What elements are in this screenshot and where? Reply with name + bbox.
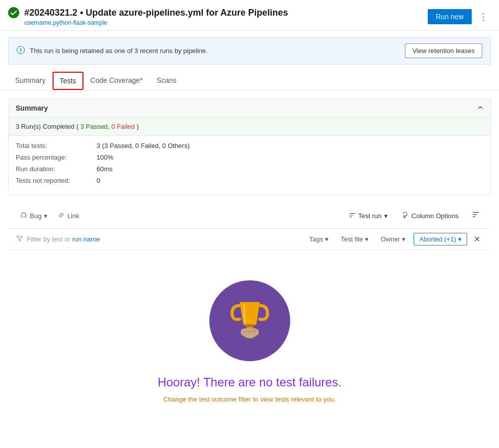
pipeline-title: #20240321.2 • Update azure-pipelines.yml… xyxy=(24,8,288,18)
tab-summary[interactable]: Summary xyxy=(8,71,53,90)
link-button[interactable]: Link xyxy=(54,209,83,223)
stat-row-not-reported: Tests not reported: 0 xyxy=(16,177,483,184)
close-filter-button[interactable]: ✕ xyxy=(471,233,483,245)
info-icon xyxy=(17,46,25,56)
pass-percentage-label: Pass percentage: xyxy=(16,154,97,161)
total-tests-label: Total tests: xyxy=(16,142,97,150)
info-banner-text: This run is being retained as one of 3 r… xyxy=(30,47,208,55)
summary-stats: Total tests: 3 (3 Passed, 0 Failed, 0 Ot… xyxy=(9,136,490,194)
toolbar-left: Bug ▾ Link xyxy=(16,209,83,223)
svg-point-17 xyxy=(248,331,251,333)
svg-point-16 xyxy=(244,330,247,333)
owner-chevron: ▾ xyxy=(402,235,405,243)
svg-rect-2 xyxy=(20,49,21,52)
trophy-container xyxy=(209,280,290,361)
bug-icon xyxy=(20,212,27,220)
bug-chevron: ▾ xyxy=(44,212,48,220)
aborted-chevron: ▾ xyxy=(458,235,462,243)
stat-row-duration: Run duration: 60ms xyxy=(16,165,483,173)
tags-label: Tags xyxy=(309,235,323,243)
column-options-label: Column Options xyxy=(412,212,459,220)
summary-run-info: 3 Run(s) Completed ( 3 Passed, 0 Failed … xyxy=(9,118,490,136)
summary-title: Summary xyxy=(16,104,48,112)
test-run-label: Test run xyxy=(358,212,382,220)
filter-icon xyxy=(16,235,23,243)
summary-section: Summary 3 Run(s) Completed ( 3 Passed, 0… xyxy=(8,98,491,195)
aborted-label: Aborted (+1) xyxy=(419,235,456,243)
toolbar-right: Test run ▾ Column Options xyxy=(345,208,483,223)
filter-run-name-link[interactable]: run name xyxy=(72,235,100,243)
view-retention-leases-button[interactable]: View retention leases xyxy=(405,43,482,58)
link-label: Link xyxy=(67,212,79,220)
total-tests-value: 3 (3 Passed, 0 Failed, 0 Others) xyxy=(97,142,190,150)
filter-row: Filter by test or run name Tags ▾ Test f… xyxy=(8,229,491,250)
test-file-label: Test file xyxy=(341,235,363,243)
bug-label: Bug xyxy=(30,212,41,220)
info-banner: This run is being retained as one of 3 r… xyxy=(8,37,491,65)
info-banner-left: This run is being retained as one of 3 r… xyxy=(17,46,208,56)
owner-label: Owner xyxy=(381,235,400,243)
tabs-nav: Summary Tests Code Coverage* Scans xyxy=(0,71,499,90)
trophy-illustration xyxy=(222,293,278,349)
run-passed-text: 3 Passed xyxy=(80,123,108,130)
test-toolbar: Bug ▾ Link xyxy=(8,203,491,229)
tests-not-reported-value: 0 xyxy=(97,177,100,184)
tab-scans[interactable]: Scans xyxy=(150,71,184,90)
column-options-button[interactable]: Column Options xyxy=(398,209,463,223)
more-options-button[interactable]: ⋮ xyxy=(476,9,491,24)
test-run-chevron: ▾ xyxy=(384,212,388,220)
group-button[interactable] xyxy=(469,208,483,223)
tags-dropdown[interactable]: Tags ▾ xyxy=(305,233,333,245)
column-options-icon xyxy=(402,212,409,220)
header-left: #20240321.2 • Update azure-pipelines.yml… xyxy=(8,7,288,26)
test-run-icon xyxy=(349,212,356,220)
svg-point-18 xyxy=(252,330,255,333)
link-icon xyxy=(58,212,65,220)
test-file-dropdown[interactable]: Test file ▾ xyxy=(337,233,373,245)
aborted-filter-badge[interactable]: Aborted (+1) ▾ xyxy=(414,233,467,245)
svg-rect-6 xyxy=(349,215,353,215)
pass-percentage-value: 100% xyxy=(97,154,113,161)
filter-right: Tags ▾ Test file ▾ Owner ▾ Aborted (+1) … xyxy=(305,233,483,245)
run-duration-label: Run duration: xyxy=(16,165,97,173)
svg-point-3 xyxy=(20,48,21,49)
run-new-button[interactable]: Run new xyxy=(428,9,472,24)
svg-rect-5 xyxy=(349,213,355,214)
empty-state: Hooray! There are no test failures. Chan… xyxy=(8,250,491,423)
username-link[interactable]: username.python-flask-sample xyxy=(24,19,288,26)
page-header: #20240321.2 • Update azure-pipelines.yml… xyxy=(0,0,499,31)
tab-tests[interactable]: Tests xyxy=(53,72,83,90)
header-right: Run new ⋮ xyxy=(428,9,491,24)
header-title-row: #20240321.2 • Update azure-pipelines.yml… xyxy=(8,7,288,18)
test-run-button[interactable]: Test run ▾ xyxy=(345,209,392,223)
test-file-chevron: ▾ xyxy=(365,235,369,243)
separator: • xyxy=(80,8,83,18)
run-end: ) xyxy=(135,123,139,130)
owner-dropdown[interactable]: Owner ▾ xyxy=(377,233,410,245)
filter-placeholder[interactable]: Filter by test or run name xyxy=(27,235,100,243)
tags-chevron: ▾ xyxy=(325,235,329,243)
empty-state-subtitle: Change the test outcome filter to view t… xyxy=(163,395,336,403)
bug-button[interactable]: Bug ▾ xyxy=(16,209,52,223)
tab-code-coverage[interactable]: Code Coverage* xyxy=(83,71,150,90)
main-content: Summary 3 Run(s) Completed ( 3 Passed, 0… xyxy=(0,98,499,423)
filter-left: Filter by test or run name xyxy=(16,235,100,243)
stat-row-pass-pct: Pass percentage: 100% xyxy=(16,154,483,161)
svg-rect-10 xyxy=(473,214,477,215)
run-failed-text: 0 Failed xyxy=(111,123,134,130)
svg-point-4 xyxy=(22,213,26,217)
chevron-up-icon xyxy=(477,105,483,112)
stat-row-total: Total tests: 3 (3 Passed, 0 Failed, 0 Ot… xyxy=(16,142,483,150)
summary-header[interactable]: Summary xyxy=(9,99,490,118)
svg-point-0 xyxy=(8,7,19,18)
run-duration-value: 60ms xyxy=(97,165,113,173)
tests-not-reported-label: Tests not reported: xyxy=(16,177,97,184)
success-icon xyxy=(8,7,19,18)
run-completed-text: 3 Run(s) Completed ( xyxy=(16,123,80,130)
svg-rect-11 xyxy=(473,217,475,218)
svg-rect-9 xyxy=(473,212,479,213)
svg-rect-7 xyxy=(349,216,352,217)
empty-state-title: Hooray! There are no test failures. xyxy=(158,375,342,389)
